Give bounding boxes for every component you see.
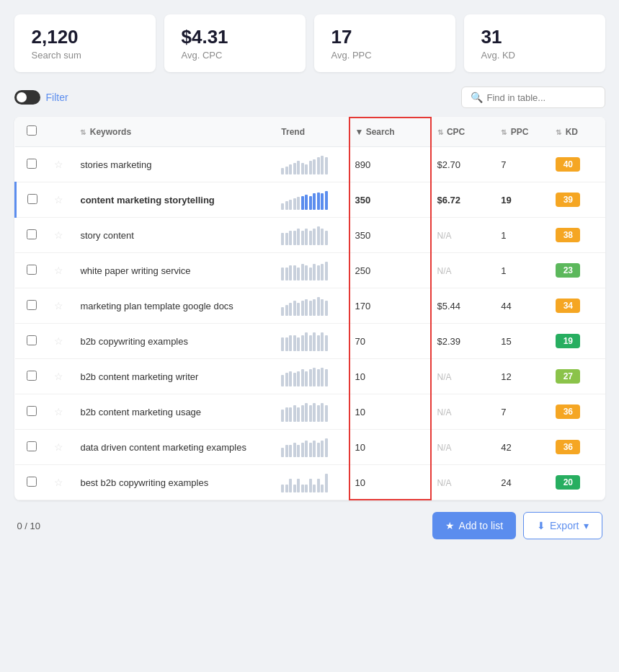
- ppc-cell: 44: [495, 288, 550, 324]
- star-icon[interactable]: ☆: [54, 300, 63, 311]
- keyword-cell: data driven content marketing examples: [74, 430, 275, 465]
- star-cell[interactable]: ☆: [48, 324, 75, 359]
- trend-bar: [313, 299, 316, 316]
- search-cell: 10: [349, 394, 431, 430]
- table-search-box[interactable]: 🔍: [461, 87, 605, 108]
- stat-avg-kd: 31 Avg. KD: [464, 14, 605, 72]
- trend-bar: [313, 193, 316, 210]
- row-checkbox[interactable]: [27, 194, 37, 204]
- star-icon[interactable]: ☆: [54, 335, 63, 347]
- cpc-cell: N/A: [432, 430, 496, 465]
- star-cell[interactable]: ☆: [48, 430, 75, 465]
- header-kd[interactable]: ⇅ KD: [550, 117, 605, 147]
- row-checkbox[interactable]: [27, 300, 37, 310]
- star-icon[interactable]: ☆: [54, 229, 63, 241]
- trend-bar: [285, 167, 288, 174]
- trend-bar: [281, 337, 284, 351]
- row-checkbox[interactable]: [27, 371, 37, 381]
- table-search-input[interactable]: [487, 92, 596, 103]
- header-search[interactable]: ▼ Search: [349, 117, 431, 147]
- chevron-down-icon: ▾: [584, 520, 589, 531]
- row-checkbox[interactable]: [27, 477, 37, 487]
- row-checkbox[interactable]: [27, 406, 37, 416]
- row-checkbox[interactable]: [27, 159, 37, 169]
- trend-bar: [325, 301, 328, 316]
- trend-bars: [281, 154, 343, 174]
- trend-bar: [321, 332, 324, 351]
- search-icon: 🔍: [471, 92, 483, 103]
- star-cell[interactable]: ☆: [48, 147, 75, 182]
- select-all-checkbox[interactable]: [27, 125, 37, 136]
- trend-bar: [289, 371, 292, 386]
- header-star: [48, 117, 75, 147]
- trend-bar: [313, 485, 316, 492]
- trend-bar: [305, 299, 308, 316]
- trend-bar: [317, 297, 320, 316]
- trend-bar: [289, 164, 292, 174]
- trend-bar: [325, 474, 328, 492]
- trend-bars: [281, 437, 343, 457]
- trend-bar: [285, 305, 288, 316]
- kd-cell: 36: [550, 430, 605, 465]
- trend-bar: [305, 403, 308, 422]
- export-button[interactable]: ⬇ Export ▾: [523, 512, 602, 539]
- trend-bar: [289, 231, 292, 245]
- star-icon[interactable]: ☆: [54, 159, 63, 170]
- table-row: ☆b2b content marketing writer10N/A1227: [15, 359, 605, 394]
- trend-bar: [321, 156, 324, 174]
- trend-bar: [317, 479, 320, 492]
- star-cell[interactable]: ☆: [48, 182, 75, 218]
- cpc-sort-icon: ⇅: [437, 128, 443, 136]
- star-icon[interactable]: ☆: [54, 265, 63, 276]
- header-checkbox[interactable]: [15, 117, 48, 147]
- star-icon[interactable]: ☆: [54, 194, 63, 205]
- kd-badge: 23: [556, 263, 580, 278]
- star-cell[interactable]: ☆: [48, 465, 75, 500]
- row-checkbox[interactable]: [27, 441, 37, 451]
- row-checkbox-cell: [15, 465, 48, 500]
- trend-bars: [281, 225, 343, 245]
- stats-row: 2,120 Search sum $4.31 Avg. CPC 17 Avg. …: [14, 14, 605, 72]
- header-trend: Trend: [275, 117, 349, 147]
- row-checkbox[interactable]: [27, 229, 37, 239]
- table-header-row: ⇅ Keywords Trend ▼ Search ⇅ CPC ⇅: [15, 117, 605, 147]
- filter-toggle[interactable]: Filter: [14, 90, 68, 105]
- trend-bar: [289, 335, 292, 351]
- kd-badge: 34: [556, 299, 580, 313]
- trend-bar: [293, 301, 296, 316]
- trend-bar: [305, 164, 308, 174]
- header-ppc[interactable]: ⇅ PPC: [495, 117, 550, 147]
- trend-cell: [275, 465, 349, 500]
- row-checkbox[interactable]: [27, 335, 37, 345]
- star-cell[interactable]: ☆: [48, 218, 75, 253]
- stat-search-sum-value: 2,120: [32, 26, 138, 48]
- star-cell[interactable]: ☆: [48, 359, 75, 394]
- star-cell[interactable]: ☆: [48, 288, 75, 324]
- star-icon[interactable]: ☆: [54, 371, 63, 382]
- row-checkbox-cell: [15, 147, 48, 182]
- add-to-list-button[interactable]: ★ Add to list: [432, 512, 516, 539]
- star-cell[interactable]: ☆: [48, 253, 75, 288]
- star-icon[interactable]: ☆: [54, 406, 63, 417]
- trend-bars: [281, 260, 343, 280]
- main-container: 2,120 Search sum $4.31 Avg. CPC 17 Avg. …: [14, 14, 605, 539]
- star-icon[interactable]: ☆: [54, 477, 63, 488]
- trend-bar: [309, 479, 312, 492]
- trend-cell: [275, 430, 349, 465]
- header-cpc[interactable]: ⇅ CPC: [432, 117, 496, 147]
- star-icon[interactable]: ☆: [54, 441, 63, 453]
- trend-bar: [297, 303, 300, 316]
- filter-label[interactable]: Filter: [46, 92, 68, 103]
- row-checkbox[interactable]: [27, 265, 37, 275]
- filter-switch[interactable]: [14, 90, 40, 105]
- cpc-cell: N/A: [432, 218, 496, 253]
- row-checkbox-cell: [15, 182, 48, 218]
- trend-cell: [275, 359, 349, 394]
- trend-bar: [313, 264, 316, 280]
- row-checkbox-cell: [15, 253, 48, 288]
- kd-cell: 20: [550, 465, 605, 500]
- trend-bar: [281, 268, 284, 280]
- star-cell[interactable]: ☆: [48, 394, 75, 430]
- header-keywords[interactable]: ⇅ Keywords: [74, 117, 275, 147]
- search-cell: 250: [349, 253, 431, 288]
